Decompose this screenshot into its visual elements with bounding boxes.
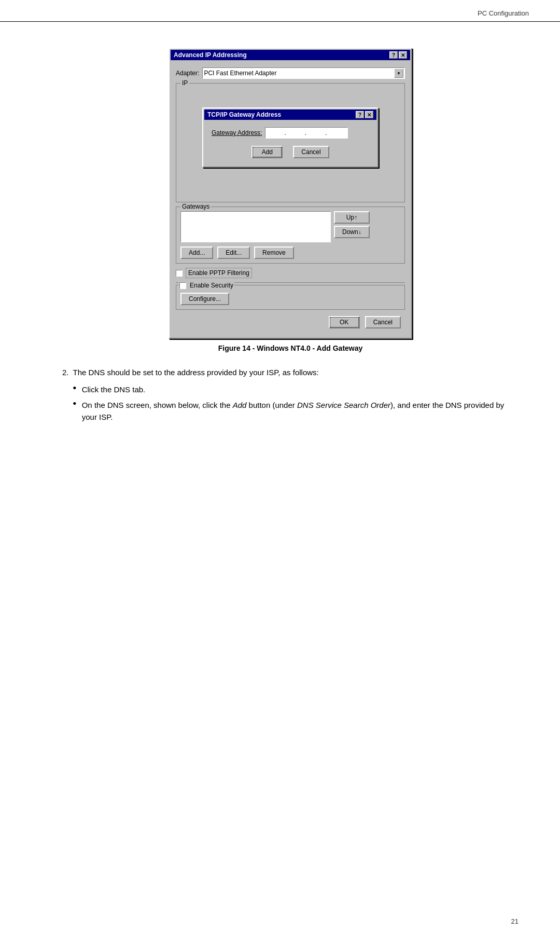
body-item2: 2. The DNS should be set to the address … bbox=[62, 367, 519, 379]
inner-add-button[interactable]: Add bbox=[251, 146, 283, 158]
gateway-address-input[interactable]: . . . bbox=[265, 127, 348, 139]
adapter-dropdown-arrow[interactable]: ▼ bbox=[394, 68, 403, 78]
inner-dialog-titlebar: TCP/IP Gateway Address ? ✕ bbox=[204, 109, 376, 120]
configure-button[interactable]: Configure... bbox=[180, 293, 229, 305]
inner-dialog: TCP/IP Gateway Address ? ✕ Gateway Addre… bbox=[202, 107, 379, 168]
bullet2-mid: button (under bbox=[246, 401, 297, 409]
close-button[interactable]: ✕ bbox=[399, 51, 407, 59]
adapter-label: Adapter: bbox=[176, 70, 199, 77]
gateways-edit-button[interactable]: Edit... bbox=[217, 246, 250, 259]
ip-segment-2[interactable] bbox=[288, 129, 303, 136]
figure-caption: Figure 14 - Windows NT4.0 - Add Gateway bbox=[218, 344, 363, 352]
inner-title-buttons: ? ✕ bbox=[356, 111, 373, 118]
content-area: Advanced IP Addressing ? ✕ Adapter: PCI … bbox=[0, 22, 560, 458]
item2-text: The DNS should be set to the address pro… bbox=[73, 368, 319, 377]
inner-button-row: Add Cancel bbox=[212, 146, 369, 158]
page-number: 21 bbox=[511, 917, 519, 925]
gateways-list[interactable] bbox=[180, 211, 331, 242]
ip-segment-1[interactable] bbox=[268, 129, 282, 136]
security-checkbox[interactable] bbox=[179, 282, 186, 289]
adapter-select[interactable]: PCI Fast Ethernet Adapter ▼ bbox=[202, 67, 405, 79]
ip-dot-3: . bbox=[325, 129, 327, 136]
pptp-checkbox[interactable] bbox=[176, 270, 183, 277]
inner-cancel-button[interactable]: Cancel bbox=[293, 146, 329, 158]
inner-dialog-body: Gateway Address: . . . bbox=[204, 123, 376, 166]
header-title: PC Configuration bbox=[478, 9, 529, 17]
ok-cancel-row: OK Cancel bbox=[176, 314, 405, 333]
figure-container: Advanced IP Addressing ? ✕ Adapter: PCI … bbox=[156, 48, 425, 362]
gateways-add-button[interactable]: Add... bbox=[180, 246, 213, 259]
outer-title-buttons: ? ✕ bbox=[389, 51, 407, 59]
page-header: PC Configuration bbox=[0, 0, 560, 22]
ip-groupbox: IP TCP/IP Gateway Address ? ✕ G bbox=[176, 83, 405, 202]
ip-group-label: IP bbox=[180, 79, 189, 87]
down-button[interactable]: Down↓ bbox=[334, 226, 370, 238]
outer-dialog-body: Adapter: PCI Fast Ethernet Adapter ▼ IP … bbox=[171, 63, 410, 337]
page-footer: 21 bbox=[511, 917, 519, 925]
list-item-2: • On the DNS screen, shown below, click … bbox=[62, 400, 519, 423]
gateways-action-buttons: Add... Edit... Remove bbox=[180, 246, 400, 259]
security-groupbox: Enable Security Configure... bbox=[176, 285, 405, 310]
ip-segment-4[interactable] bbox=[329, 129, 343, 136]
bullet-1-text: Click the DNS tab. bbox=[82, 384, 519, 396]
gateway-address-label: Gateway Address: bbox=[212, 129, 262, 136]
gateway-address-row: Gateway Address: . . . bbox=[212, 127, 369, 139]
bullet2-italic-dns: DNS Service Search Order bbox=[297, 401, 390, 409]
ok-button[interactable]: OK bbox=[329, 316, 360, 328]
pptp-label: Enable PPTP Filtering bbox=[186, 268, 252, 278]
bullet2-prefix: On the DNS screen, shown below, click th… bbox=[82, 401, 233, 409]
outer-cancel-button[interactable]: Cancel bbox=[365, 316, 401, 328]
inner-close-button[interactable]: ✕ bbox=[365, 111, 373, 118]
list-item-1: • Click the DNS tab. bbox=[62, 384, 519, 396]
inner-help-button[interactable]: ? bbox=[356, 111, 364, 118]
gateways-group-label: Gateways bbox=[180, 203, 211, 210]
adapter-value: PCI Fast Ethernet Adapter bbox=[204, 70, 276, 77]
gateways-side-buttons: Up↑ Down↓ bbox=[334, 211, 370, 238]
pptp-checkbox-row: Enable PPTP Filtering bbox=[176, 268, 405, 278]
help-button[interactable]: ? bbox=[389, 51, 398, 59]
bullet-2-text: On the DNS screen, shown below, click th… bbox=[82, 400, 519, 423]
inner-dialog-title: TCP/IP Gateway Address bbox=[207, 111, 281, 118]
bullet-2-icon: • bbox=[73, 398, 77, 409]
outer-dialog: Advanced IP Addressing ? ✕ Adapter: PCI … bbox=[169, 48, 412, 339]
bullet2-italic-add: Add bbox=[233, 401, 247, 409]
ip-dot-1: . bbox=[284, 129, 286, 136]
bullet-1-icon: • bbox=[73, 382, 77, 394]
outer-dialog-titlebar: Advanced IP Addressing ? ✕ bbox=[171, 50, 410, 60]
outer-dialog-title: Advanced IP Addressing bbox=[174, 51, 247, 59]
ip-segment-3[interactable] bbox=[309, 129, 323, 136]
up-button[interactable]: Up↑ bbox=[334, 211, 370, 224]
gateways-row: Up↑ Down↓ bbox=[180, 211, 400, 245]
security-label: Enable Security bbox=[190, 282, 233, 289]
gateways-groupbox: Gateways Up↑ Down↓ Add... Edit... Remove bbox=[176, 207, 405, 264]
security-check-label: Enable Security bbox=[178, 282, 234, 289]
item2-number: 2. bbox=[62, 368, 73, 377]
gateways-remove-button[interactable]: Remove bbox=[254, 246, 294, 259]
ip-dot-2: . bbox=[305, 129, 306, 136]
adapter-row: Adapter: PCI Fast Ethernet Adapter ▼ bbox=[176, 67, 405, 79]
